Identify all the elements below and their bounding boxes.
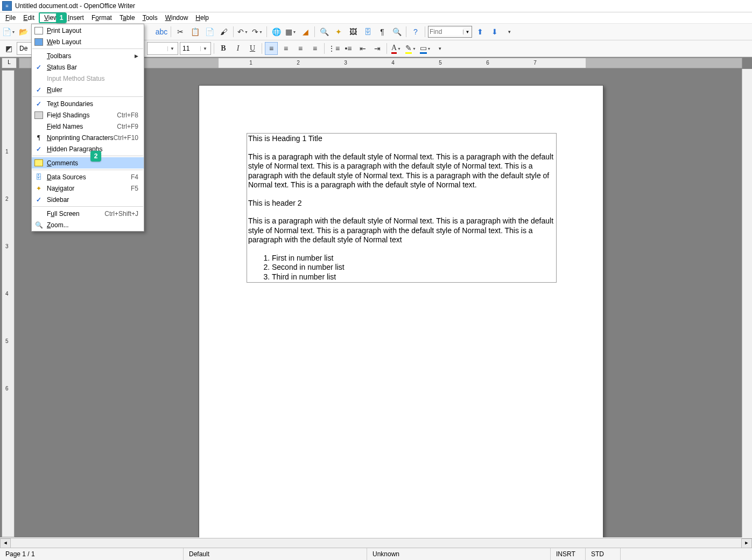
- menu-print-layout[interactable]: PPrint Layoutrint Layout: [32, 25, 144, 36]
- paste-button[interactable]: 📄: [203, 25, 216, 38]
- menu-insert[interactable]: Insert: [65, 13, 87, 23]
- numbered-list-button[interactable]: ⋮≡: [327, 42, 340, 55]
- menu-input-method-status: Input Method Status: [32, 73, 144, 84]
- menu-window[interactable]: Window: [162, 13, 192, 23]
- menu-sidebar[interactable]: ✓ Sidebar: [32, 194, 144, 205]
- menu-file[interactable]: File: [2, 13, 19, 23]
- menu-edit[interactable]: Edit: [20, 13, 38, 23]
- menu-table[interactable]: Table: [116, 13, 138, 23]
- gallery-button[interactable]: 🖼: [347, 25, 360, 38]
- menu-hidden-paragraphs[interactable]: ✓ Hidden Paragraphs: [32, 143, 144, 155]
- vertical-ruler[interactable]: 123456: [2, 70, 15, 537]
- show-draw-button[interactable]: ◢: [299, 25, 312, 38]
- scroll-right-button[interactable]: ►: [741, 538, 752, 548]
- separator: [324, 43, 325, 54]
- menu-data-sources[interactable]: 🗄 Data Sources F4: [32, 171, 144, 183]
- toolbar-overflow[interactable]: ▾: [433, 42, 446, 55]
- ruler-mark: 2: [5, 196, 9, 202]
- menu-help[interactable]: Help: [192, 13, 212, 23]
- separator: [266, 26, 267, 37]
- menu-field-shadings[interactable]: Field Shadings Ctrl+F8: [32, 109, 144, 121]
- menu-field-names[interactable]: Field Names Ctrl+F9: [32, 121, 144, 132]
- open-button[interactable]: 📂: [17, 25, 30, 38]
- find-input[interactable]: [428, 28, 463, 36]
- menubar: FileEditViewInsertFormatTableToolsWindow…: [0, 12, 752, 24]
- copy-button[interactable]: 📋: [188, 25, 201, 38]
- font-color-button[interactable]: A▼: [390, 42, 403, 55]
- numbered-list[interactable]: First in number list Second in number li…: [248, 254, 555, 282]
- table-button[interactable]: ▦▼: [284, 25, 297, 38]
- help-button[interactable]: ?: [409, 25, 422, 38]
- find-combo[interactable]: ▼: [428, 26, 472, 38]
- heading-2[interactable]: This is header 2: [248, 199, 555, 208]
- find-next-button[interactable]: ⬇: [488, 25, 501, 38]
- ruler-mark: 4: [5, 291, 9, 297]
- menu-zoom[interactable]: 🔍 Zoom...: [32, 219, 144, 230]
- italic-button[interactable]: I: [231, 42, 244, 55]
- toolbar-overflow[interactable]: ▾: [503, 25, 516, 38]
- align-left-button[interactable]: ≡: [265, 42, 278, 55]
- status-selection-mode[interactable]: STD: [586, 548, 621, 560]
- increase-indent-button[interactable]: ⇥: [371, 42, 384, 55]
- nonprinting-button[interactable]: ¶: [376, 25, 389, 38]
- status-language[interactable]: Unknown: [367, 548, 551, 560]
- menu-ruler[interactable]: ✓ Ruler: [32, 84, 144, 95]
- bold-button[interactable]: B: [217, 42, 230, 55]
- list-item[interactable]: First in number list: [272, 254, 555, 263]
- status-insert-mode[interactable]: INSRT: [551, 548, 586, 560]
- horizontal-scrollbar[interactable]: ◄ ►: [0, 538, 752, 548]
- decrease-indent-button[interactable]: ⇤: [356, 42, 369, 55]
- paragraph-style-value: De: [19, 45, 27, 52]
- zoom-button[interactable]: 🔍: [390, 25, 403, 38]
- menu-nonprinting[interactable]: ¶ Nonprinting Characters Ctrl+F10: [32, 132, 144, 143]
- align-right-button[interactable]: ≡: [294, 42, 307, 55]
- highlight-button[interactable]: ✎▼: [404, 42, 417, 55]
- styles-button[interactable]: ◩: [2, 42, 15, 55]
- menu-navigator[interactable]: ✦ Navigator F5: [32, 183, 144, 194]
- separator: [425, 26, 425, 37]
- align-justify-button[interactable]: ≡: [308, 42, 321, 55]
- menu-format[interactable]: Format: [88, 13, 115, 23]
- font-size-combo[interactable]: 11▼: [180, 42, 211, 55]
- menu-tools[interactable]: Tools: [139, 13, 161, 23]
- menu-comments[interactable]: Comments: [32, 157, 144, 169]
- hyperlink-button[interactable]: 🌐: [270, 25, 283, 38]
- format-paintbrush-button[interactable]: 🖌: [217, 25, 230, 38]
- vertical-scrollbar[interactable]: [742, 69, 752, 537]
- menu-status-bar[interactable]: ✓ Status Bar: [32, 61, 144, 73]
- scroll-left-button[interactable]: ◄: [0, 538, 11, 548]
- align-center-button[interactable]: ≡: [279, 42, 292, 55]
- cut-button[interactable]: ✂: [174, 25, 187, 38]
- font-name-combo[interactable]: ▼: [147, 42, 178, 55]
- list-item[interactable]: Second in number list: [272, 263, 555, 272]
- bullet-list-button[interactable]: •≡: [342, 42, 355, 55]
- new-button[interactable]: 📄▼: [2, 25, 15, 38]
- callout-1: 1: [56, 12, 67, 23]
- font-size-value: 11: [182, 45, 189, 52]
- menu-separator: [32, 48, 143, 49]
- callout-2: 2: [90, 151, 101, 162]
- underline-button[interactable]: U: [246, 42, 259, 55]
- find-prev-button[interactable]: ⬆: [474, 25, 487, 38]
- menu-full-screen[interactable]: Full Screen Ctrl+Shift+J: [32, 208, 144, 219]
- data-sources-button[interactable]: 🗄: [361, 25, 374, 38]
- menu-web-layout[interactable]: Web Layout: [32, 36, 144, 47]
- navigator-button[interactable]: ✦: [332, 25, 345, 38]
- text-frame[interactable]: This is Heading 1 Title This is a paragr…: [247, 133, 557, 283]
- heading-1[interactable]: This is Heading 1 Title: [248, 134, 555, 144]
- find-dropdown-arrow[interactable]: ▼: [463, 30, 472, 34]
- ruler-mark: 6: [5, 386, 9, 391]
- ruler-mark: 1: [249, 60, 252, 66]
- background-color-button[interactable]: ▭▼: [419, 42, 432, 55]
- status-style[interactable]: Default: [184, 548, 367, 560]
- menu-separator: [32, 156, 143, 156]
- menu-toolbars[interactable]: Toolbars ▶: [32, 50, 144, 61]
- find-replace-button[interactable]: 🔍: [318, 25, 331, 38]
- paragraph[interactable]: This is a paragraph with the default sty…: [248, 152, 555, 190]
- spellcheck-highlight-icon[interactable]: abc: [155, 25, 168, 38]
- menu-text-boundaries[interactable]: ✓ Text Boundaries: [32, 98, 144, 109]
- redo-button[interactable]: ↷▼: [251, 25, 264, 38]
- paragraph[interactable]: This is a paragraph with the default sty…: [248, 216, 555, 245]
- list-item[interactable]: Third in number list: [272, 272, 555, 282]
- undo-button[interactable]: ↶▼: [236, 25, 249, 38]
